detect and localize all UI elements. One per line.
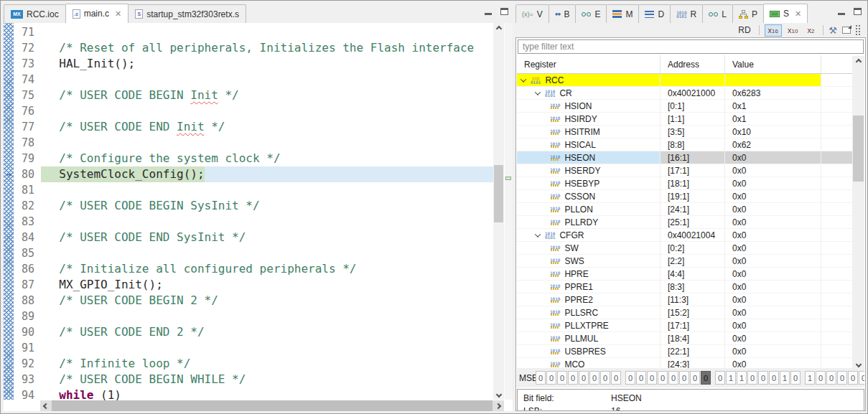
scroll-down-icon[interactable] [493, 389, 504, 400]
chevron-down-icon[interactable] [521, 76, 526, 82]
line-number[interactable]: 81 [14, 182, 41, 198]
line-number[interactable]: 78 [14, 135, 41, 151]
configure-tools-icon[interactable]: ⚒ [829, 26, 837, 35]
radix-x16-button[interactable]: x16 [765, 24, 782, 37]
code-line-77[interactable]: 77 /* USER CODE END Init */ [4, 119, 493, 135]
bit-box[interactable]: 0 [769, 371, 779, 385]
tab-b[interactable]: ●●B [549, 4, 577, 23]
bit-box[interactable]: 0 [589, 371, 599, 385]
line-number[interactable]: 93 [14, 372, 41, 387]
tab-l[interactable]: L [702, 4, 733, 23]
maximize-icon[interactable] [854, 8, 862, 15]
code-line-72[interactable]: 72 /* Reset of all peripherals, Initiali… [4, 40, 493, 56]
sfr-row-CR[interactable]: 10100101CR0x400210000x6283 [517, 87, 852, 100]
sfr-vertical-scrollbar[interactable] [852, 56, 864, 370]
tab-e[interactable]: E [575, 4, 607, 23]
bit-box[interactable]: 0 [859, 371, 864, 385]
sfr-row-HSITRIM[interactable]: 1010HSITRIM[3:5]0x10 [517, 126, 852, 138]
code-line-93[interactable]: 93 /* USER CODE BEGIN WHILE */ [4, 372, 493, 387]
tab-m[interactable]: M [606, 4, 639, 23]
code-line-78[interactable]: 78 [4, 135, 493, 151]
code-editor[interactable]: 7172 /* Reset of all peripherals, Initia… [4, 23, 513, 411]
scroll-up-icon[interactable] [493, 23, 504, 34]
bit-box[interactable]: 0 [837, 371, 847, 385]
tab-s[interactable]: S✕ [763, 4, 808, 23]
line-number[interactable]: 80 [14, 166, 41, 182]
bit-box[interactable]: 0 [758, 371, 768, 385]
sfr-row-RCC[interactable]: 8880101RCC [517, 74, 852, 87]
bit-box[interactable]: 0 [715, 371, 725, 385]
export-icon[interactable] [842, 27, 851, 34]
code-line-80[interactable]: 80 SystemClock_Config();→ [4, 166, 493, 182]
bit-box[interactable]: 1 [805, 371, 815, 385]
sfr-row-HPRE[interactable]: 1010HPRE[4:4]0x0 [517, 268, 852, 281]
line-number[interactable]: 84 [14, 230, 41, 245]
minimize-icon[interactable] [838, 9, 845, 15]
sfr-row-PLLMUL[interactable]: 1010PLLMUL[18:4]0x0 [517, 332, 852, 345]
line-number[interactable]: 85 [14, 245, 41, 261]
bit-box[interactable]: 0 [826, 371, 836, 385]
filter-input[interactable] [518, 39, 864, 54]
code-line-92[interactable]: 92 /* Infinite loop */ [4, 356, 493, 372]
scrollbar-thumb[interactable] [853, 116, 864, 182]
sfr-row-PLLXTPRE[interactable]: 1010PLLXTPRE[17:1]0x0 [517, 319, 852, 332]
tab-d[interactable]: D [638, 4, 671, 23]
line-number[interactable]: 76 [14, 103, 41, 119]
line-number[interactable]: 82 [14, 198, 41, 214]
line-number[interactable]: 87 [14, 277, 41, 293]
line-number[interactable]: 75 [14, 88, 41, 103]
code-line-84[interactable]: 84 /* USER CODE END SysInit */ [4, 230, 493, 245]
code-line-74[interactable]: 74 [4, 72, 493, 88]
bit-box[interactable]: 1 [726, 371, 736, 385]
code-line-79[interactable]: 79 /* Configure the system clock */ [4, 151, 493, 166]
line-number[interactable]: 86 [14, 261, 41, 277]
tab-rcc.ioc[interactable]: MXRCC.ioc [4, 4, 66, 23]
bit-box[interactable]: 0 [611, 371, 621, 385]
bit-box[interactable]: 0 [679, 371, 689, 385]
code-line-89[interactable]: 89 [4, 309, 493, 324]
sfr-row-HSERDY[interactable]: 1010HSERDY[17:1]0x0 [517, 164, 852, 177]
scrollbar-thumb[interactable] [494, 165, 503, 222]
code-line-82[interactable]: 82 /* USER CODE BEGIN SysInit */ [4, 198, 493, 214]
bit-box[interactable]: 0 [701, 371, 711, 385]
line-number[interactable]: 94 [14, 387, 41, 403]
tab-v[interactable]: (x)=V [515, 4, 549, 23]
sfr-row-CSSON[interactable]: 1010CSSON[19:1]0x0 [517, 190, 852, 203]
sfr-row-PPRE2[interactable]: 1010PPRE2[11:3]0x0 [517, 293, 852, 306]
bit-box[interactable]: 0 [668, 371, 678, 385]
line-number[interactable]: 90 [14, 324, 41, 340]
chevron-down-icon[interactable] [535, 89, 541, 95]
bit-box[interactable]: 0 [790, 371, 801, 385]
tab-p[interactable]: P [732, 4, 764, 23]
bit-box[interactable]: 0 [568, 371, 578, 385]
code-line-76[interactable]: 76 [4, 103, 493, 119]
scroll-left-icon[interactable] [40, 400, 52, 411]
line-number[interactable]: 92 [14, 356, 41, 372]
bit-box[interactable]: 0 [690, 371, 700, 385]
sfr-row-PLLRDY[interactable]: 1010PLLRDY[25:1]0x0 [517, 216, 852, 229]
sfr-row-SW[interactable]: 1010SW[0:2]0x0 [517, 242, 852, 255]
code-line-90[interactable]: 90 /* USER CODE END 2 */ [4, 324, 493, 340]
sfr-row-CFGR[interactable]: 10100101CFGR0x400210040x0 [517, 229, 852, 242]
overview-ruler[interactable] [505, 23, 513, 400]
bit-box[interactable]: 1 [737, 371, 747, 385]
close-icon[interactable]: ✕ [795, 9, 801, 19]
bit-box[interactable]: 0 [546, 371, 556, 385]
sfr-row-HSEBYP[interactable]: 1010HSEBYP[18:1]0x0 [517, 177, 852, 190]
radix-x2-button[interactable]: x2 [803, 24, 818, 37]
line-number[interactable]: 83 [14, 214, 41, 230]
bit-box[interactable]: 0 [636, 371, 646, 385]
editor-vertical-scrollbar[interactable] [493, 23, 504, 400]
view-menu-icon[interactable] [856, 25, 860, 35]
scroll-up-icon[interactable] [852, 56, 864, 67]
bit-box[interactable]: 0 [579, 371, 589, 385]
sfr-row-HSIRDY[interactable]: 1010HSIRDY[1:1]0x1 [517, 113, 852, 126]
line-number[interactable]: 91 [14, 340, 41, 356]
line-number[interactable]: 72 [14, 40, 41, 56]
bit-box[interactable]: 1 [780, 371, 790, 385]
bit-box[interactable]: 0 [848, 371, 858, 385]
code-line-83[interactable]: 83 [4, 214, 493, 230]
editor-horizontal-scrollbar[interactable] [40, 400, 504, 411]
bit-box[interactable]: 0 [600, 371, 610, 385]
column-header-value[interactable]: Value [725, 55, 821, 73]
